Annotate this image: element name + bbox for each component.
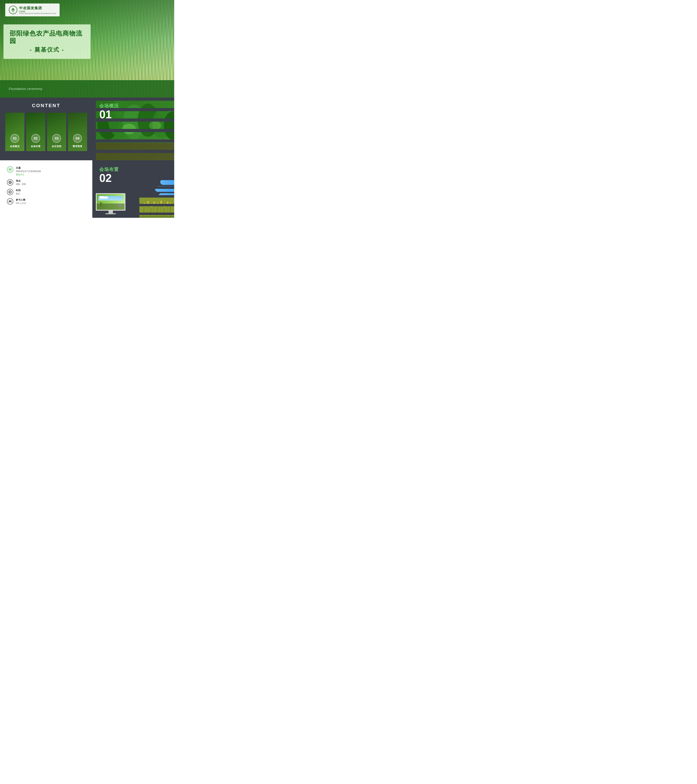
subtitle-band: Foundation ceremony xyxy=(0,80,174,97)
card-1: 01 会场概况 xyxy=(5,113,25,151)
svg-point-10 xyxy=(149,121,161,130)
monitor-base xyxy=(105,213,116,214)
card-3-label: 会议流程 xyxy=(52,145,61,148)
activity-info-left: 主题 邵阳绿色农产品电商物流园 奠基仪式 地点 湖南 · 邵阳 xyxy=(0,160,92,218)
card-4: 04 费用预算 xyxy=(68,113,87,151)
slide2-content: CONTENT 01 会场概况 02 会场布置 03 xyxy=(0,97,174,160)
title-main: 邵阳绿色农产品电商物流园 xyxy=(10,30,84,44)
svg-point-39 xyxy=(170,202,171,206)
blue-bar-1 xyxy=(160,179,174,185)
card-3: 03 会议流程 xyxy=(47,113,66,151)
theme-label: 主题 xyxy=(16,166,41,170)
section-01-label: 会场概况 01 xyxy=(99,103,119,120)
section-02-num: 02 xyxy=(99,173,119,184)
location-text: 地点 湖南 · 邵阳 xyxy=(16,179,26,186)
card-2-label: 会场布置 xyxy=(31,145,41,148)
content-cards: 01 会场概况 02 会场布置 03 会议流程 xyxy=(5,113,87,151)
content-overview-left: CONTENT 01 会场概况 02 会场布置 03 xyxy=(0,97,92,160)
theme-icon xyxy=(7,166,13,173)
section-02-zh: 会场布置 xyxy=(99,166,119,173)
svg-point-20 xyxy=(11,201,12,202)
card-1-label: 会场概况 xyxy=(10,145,20,148)
activity-right: ACTIVITYOVERVIEW 会场布置 02 xyxy=(92,160,174,218)
card-3-inner: 03 会议流程 xyxy=(47,113,66,151)
card-2-inner: 02 会场布置 xyxy=(26,113,45,151)
card-1-number: 01 xyxy=(10,134,19,143)
people-value: 500 人左右 xyxy=(16,202,26,205)
svg-point-31 xyxy=(144,203,145,207)
info-row-time: 时间 暂定 xyxy=(7,189,86,195)
svg-point-37 xyxy=(164,203,165,208)
card-2: 02 会场布置 xyxy=(26,113,45,151)
location-label: 地点 xyxy=(16,179,26,183)
title-sub: - 奠基仪式 - xyxy=(10,46,84,54)
card-4-number: 04 xyxy=(73,134,82,143)
time-icon xyxy=(7,189,13,195)
svg-point-38 xyxy=(167,201,168,206)
svg-rect-40 xyxy=(139,216,174,218)
svg-point-33 xyxy=(151,203,152,208)
svg-point-9 xyxy=(122,124,136,134)
theme-value2: 奠基仪式 xyxy=(16,173,41,176)
svg-point-35 xyxy=(157,202,158,206)
time-text: 时间 暂定 xyxy=(16,189,21,195)
slide1-title: 中农国发集团 CAND China Agricultural National … xyxy=(0,0,174,97)
people-text: 参与人数 500 人左右 xyxy=(16,198,26,205)
logo-text: 中农国发集团 CAND China Agricultural National … xyxy=(19,6,56,14)
svg-rect-8 xyxy=(96,143,174,160)
blue-bar-2 xyxy=(155,186,174,192)
section-02-label: 会场布置 02 xyxy=(99,166,119,184)
logo-chinese: 中农国发集团 xyxy=(19,6,56,10)
card-1-inner: 01 会场概况 xyxy=(5,113,25,151)
card-3-number: 03 xyxy=(52,134,61,143)
monitor-stand xyxy=(109,211,113,213)
card-4-inner: 04 费用预算 xyxy=(68,113,87,151)
card-2-number: 02 xyxy=(31,134,40,143)
info-row-theme: 主题 邵阳绿色农产品电商物流园 奠基仪式 xyxy=(7,166,86,176)
slide1-subtitle: Foundation ceremony xyxy=(9,87,42,91)
theme-value1: 邵阳绿色农产品电商物流园 xyxy=(16,170,41,173)
section-01-zh: 会场概况 xyxy=(99,103,119,109)
slide3: 主题 邵阳绿色农产品电商物流园 奠基仪式 地点 湖南 · 邵阳 xyxy=(0,160,174,218)
svg-point-36 xyxy=(160,201,162,205)
svg-point-32 xyxy=(147,201,149,205)
logo-area: 中农国发集团 CAND China Agricultural National … xyxy=(5,3,59,16)
people-label: 参与人数 xyxy=(16,198,26,201)
section-01-num: 01 xyxy=(99,109,119,120)
theme-text: 主题 邵阳绿色农产品电商物流园 奠基仪式 xyxy=(16,166,41,176)
time-value: 暂定 xyxy=(16,192,21,195)
svg-point-34 xyxy=(153,201,155,206)
section-01-right: 会场概况 01 xyxy=(92,97,174,160)
people-icon xyxy=(7,198,13,204)
time-label: 时间 xyxy=(16,189,21,192)
logo-icon xyxy=(9,6,17,14)
title-box: 邵阳绿色农产品电商物流园 - 奠基仪式 - xyxy=(3,25,91,59)
info-row-people: 参与人数 500 人左右 xyxy=(7,198,86,205)
location-icon xyxy=(7,179,13,186)
logo-cand: CAND xyxy=(19,10,56,13)
info-row-location: 地点 湖南 · 邵阳 xyxy=(7,179,86,186)
svg-point-19 xyxy=(9,201,10,202)
location-value: 湖南 · 邵阳 xyxy=(16,183,26,186)
svg-point-12 xyxy=(10,169,10,170)
content-title: CONTENT xyxy=(5,103,87,109)
svg-point-14 xyxy=(10,182,10,183)
logo-english: China Agricultural National Development … xyxy=(19,13,56,14)
monitor-container xyxy=(96,193,125,214)
rice-image-bottom xyxy=(139,195,174,218)
monitor-screen xyxy=(96,193,125,211)
card-4-label: 费用预算 xyxy=(73,145,82,148)
